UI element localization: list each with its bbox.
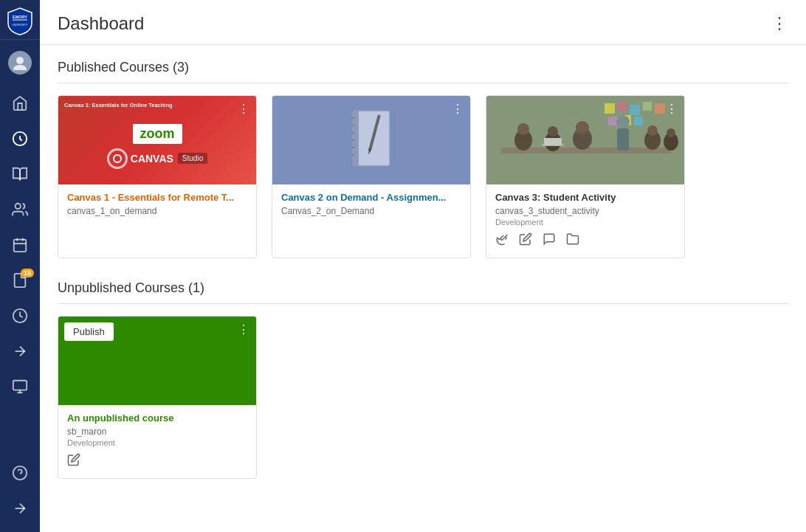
sidebar-item-commons[interactable] [0,334,40,369]
sidebar-item-calendar[interactable] [0,227,40,263]
canvas1-title-overlay: Canvas 1: Essentials for Online Teaching [64,102,173,109]
unpublished-courses-grid: Publish ⋮ An unpublished course sb_maron… [58,316,788,479]
sidebar-logo: EMORY UNIVERSITY [0,0,40,40]
notebook-icon [345,107,397,173]
published-courses-section: Published Courses (3) Canvas 1: Essentia… [58,60,788,258]
canvas1-menu-button[interactable]: ⋮ [238,102,250,116]
canvas3-title: Canvas 3: Student Activity [495,192,675,203]
avatar [8,51,32,75]
svg-rect-51 [486,96,684,184]
sidebar-item-people[interactable] [0,192,40,227]
unpublished1-title: An unpublished course [67,412,247,424]
svg-text:UNIVERSITY: UNIVERSITY [12,24,28,27]
canvas3-subtitle: canvas_3_student_activity [495,206,675,216]
header-menu-button[interactable]: ⋮ [771,14,788,33]
unpublished1-edit-button[interactable] [67,453,80,469]
canvas3-quiz-button[interactable] [519,232,532,249]
course-card-canvas1: Canvas 1: Essentials for Online Teaching… [58,95,257,258]
sidebar-item-dashboard[interactable] [0,121,40,156]
unpublished1-tag: Development [67,438,247,447]
unpublished1-card-body: An unpublished course sb_maron Developme… [58,405,256,478]
canvas3-card-image: ⋮ [486,96,684,184]
sidebar-item-history[interactable] [0,298,40,334]
header: Dashboard ⋮ [40,0,806,45]
zoom-logo: zoom [133,124,182,144]
canvas3-files-button[interactable] [566,232,579,249]
canvas2-background [272,96,470,184]
svg-rect-5 [14,240,27,252]
sidebar-item-studio[interactable] [0,369,40,404]
svg-point-4 [16,204,21,209]
main-content: Dashboard ⋮ Published Courses (3) Canvas… [40,0,806,532]
canvas1-background: Canvas 1: Essentials for Online Teaching… [58,96,256,184]
canvas2-subtitle: Canvas_2_on_Demand [281,206,461,216]
sidebar: EMORY UNIVERSITY [0,0,40,532]
sidebar-item-inbox[interactable]: 15 [0,263,40,298]
page-title: Dashboard [58,13,144,34]
svg-rect-18 [353,111,359,166]
canvas2-card-body: Canvas 2 on Demand - Assignmen... Canvas… [272,184,470,227]
canvas-text: CANVAS [131,153,173,165]
canvas1-card-image: Canvas 1: Essentials for Online Teaching… [58,96,256,184]
unpublished1-actions [67,453,247,469]
canvas3-card-body: Canvas 3: Student Activity canvas_3_stud… [486,184,684,258]
svg-text:EMORY: EMORY [13,15,27,19]
unpublished1-subtitle: sb_maron [67,426,247,437]
published-section-title: Published Courses (3) [58,60,788,83]
course-card-canvas3: ⋮ Canvas 3: Student Activity canvas_3_st… [486,95,685,258]
inbox-badge: 15 [21,269,34,277]
studio-text: Studio [178,153,207,164]
course-card-unpublished1: Publish ⋮ An unpublished course sb_maron… [58,316,257,479]
unpublished1-card-image: Publish ⋮ [58,317,256,405]
canvas3-discussion-button[interactable] [542,232,556,249]
sidebar-item-courses[interactable] [0,156,40,192]
user-avatar-area[interactable] [0,43,40,83]
logo-image: EMORY UNIVERSITY [7,7,33,33]
canvas2-menu-button[interactable]: ⋮ [452,102,464,116]
canvas3-scene [486,96,684,184]
sidebar-item-help[interactable] [0,455,40,491]
unpublished-courses-section: Unpublished Courses (1) Publish ⋮ An unp… [58,280,788,479]
canvas1-subtitle: canvas_1_on_demand [67,206,247,216]
published-courses-grid: Canvas 1: Essentials for Online Teaching… [58,95,788,258]
content-area: Published Courses (3) Canvas 1: Essentia… [40,45,806,494]
sidebar-item-collapse[interactable] [0,491,40,526]
canvas3-actions [495,232,675,249]
sidebar-nav: 15 [0,83,40,455]
svg-point-2 [16,57,24,64]
canvas2-card-image: ⋮ [272,96,470,184]
canvas3-announce-button[interactable] [495,232,509,249]
unpublished1-menu-button[interactable]: ⋮ [238,322,250,336]
canvas3-menu-button[interactable]: ⋮ [666,102,678,116]
sidebar-bottom [0,455,40,532]
unpublished-section-title: Unpublished Courses (1) [58,280,788,304]
canvas1-title: Canvas 1 - Essentials for Remote T... [67,192,247,203]
canvas2-title: Canvas 2 on Demand - Assignmen... [281,192,461,203]
canvas3-background [486,96,684,184]
canvas1-card-body: Canvas 1 - Essentials for Remote T... ca… [58,184,256,227]
canvas-circle-icon [107,148,128,169]
canvas3-tag: Development [495,218,675,227]
course-card-canvas2: ⋮ Canvas 2 on Demand - Assignmen... Canv… [272,95,471,258]
svg-rect-11 [13,381,27,390]
sidebar-item-home[interactable] [0,86,40,121]
publish-button[interactable]: Publish [64,322,114,341]
